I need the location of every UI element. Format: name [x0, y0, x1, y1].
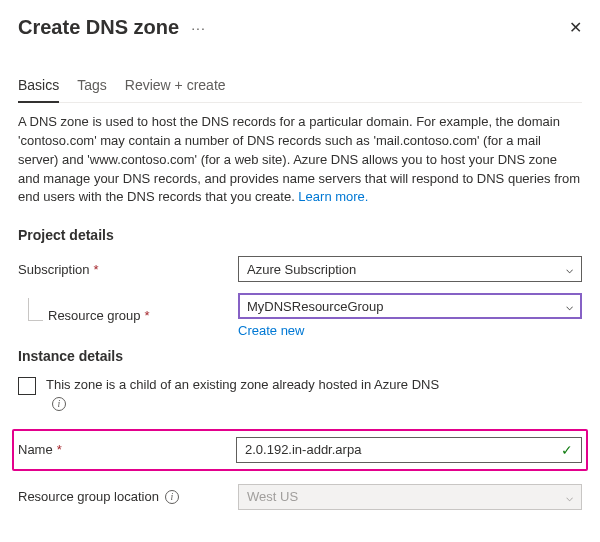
name-label: Name	[18, 442, 53, 457]
more-actions-button[interactable]: ···	[191, 20, 206, 36]
tab-bar: Basics Tags Review + create	[18, 77, 582, 103]
subscription-value: Azure Subscription	[247, 262, 356, 277]
location-dropdown: West US ⌵	[238, 484, 582, 510]
resource-group-dropdown[interactable]: MyDNSResourceGroup ⌵	[238, 293, 582, 319]
create-new-link[interactable]: Create new	[238, 323, 304, 338]
location-value: West US	[247, 489, 298, 504]
subscription-dropdown[interactable]: Azure Subscription ⌵	[238, 256, 582, 282]
learn-more-link[interactable]: Learn more.	[298, 189, 368, 204]
chevron-down-icon: ⌵	[566, 490, 573, 504]
child-zone-checkbox[interactable]	[18, 377, 36, 395]
required-marker: *	[145, 308, 150, 323]
child-zone-label: This zone is a child of an existing zone…	[46, 377, 439, 392]
subscription-label: Subscription	[18, 262, 90, 277]
chevron-down-icon: ⌵	[566, 299, 573, 313]
tab-tags[interactable]: Tags	[77, 77, 107, 102]
required-marker: *	[57, 442, 62, 457]
name-row-highlight: Name * 2.0.192.in-addr.arpa ✓	[12, 429, 588, 471]
resource-group-label: Resource group	[48, 308, 141, 323]
chevron-down-icon: ⌵	[566, 262, 573, 276]
name-value: 2.0.192.in-addr.arpa	[245, 442, 361, 457]
location-label: Resource group location	[18, 489, 159, 504]
page-title: Create DNS zone	[18, 16, 179, 39]
description-text: A DNS zone is used to host the DNS recor…	[18, 113, 582, 207]
resource-group-value: MyDNSResourceGroup	[247, 299, 384, 314]
info-icon[interactable]: i	[52, 397, 66, 411]
instance-details-heading: Instance details	[18, 348, 582, 364]
tab-review-create[interactable]: Review + create	[125, 77, 226, 102]
checkmark-icon: ✓	[561, 442, 573, 458]
close-button[interactable]: ✕	[569, 20, 582, 36]
name-input[interactable]: 2.0.192.in-addr.arpa ✓	[236, 437, 582, 463]
tab-basics[interactable]: Basics	[18, 77, 59, 103]
required-marker: *	[94, 262, 99, 277]
info-icon[interactable]: i	[165, 490, 179, 504]
project-details-heading: Project details	[18, 227, 582, 243]
